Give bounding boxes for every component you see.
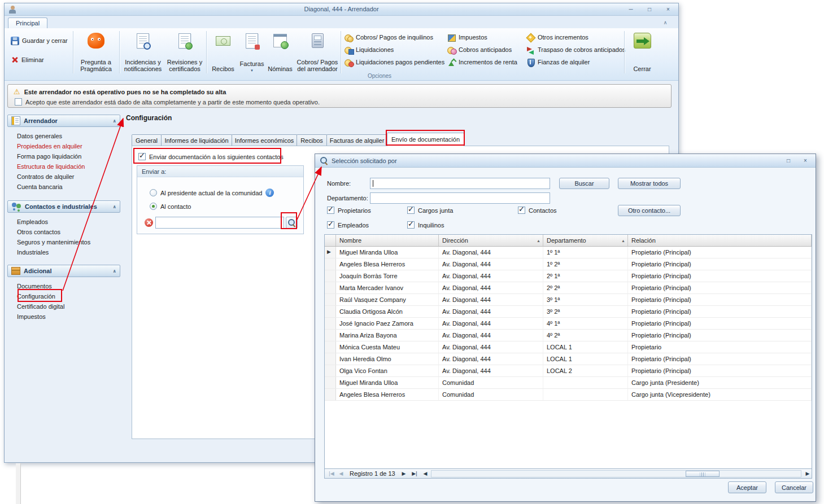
incidents-button[interactable]: Incidencias y notificaciones	[121, 30, 165, 74]
ribbon-option-button[interactable]: Cobros/ Pagos de inquilinos	[343, 31, 446, 43]
sidebar-group-adicional[interactable]: Adicional ∧	[7, 265, 120, 277]
sidebar-item[interactable]: Seguros y mantenimientos	[17, 237, 121, 247]
titlebar[interactable]: Diagonal, 444 - Arrendador ─ □ ×	[5, 3, 678, 16]
ribbon-option-button[interactable]: Fianzas de alquiler	[525, 56, 624, 68]
hscroll-right-button[interactable]: ▶	[804, 470, 811, 478]
ribbon-option-button[interactable]: Liquidaciones pagos pendientes	[343, 56, 446, 68]
accept-button[interactable]: Aceptar	[728, 481, 766, 493]
search-button[interactable]: Buscar	[559, 178, 609, 189]
table-row[interactable]: Olga Vico Fontan Av. Diagonal, 444 LOCAL…	[325, 365, 812, 377]
sidebar-item[interactable]: Configuración	[17, 291, 121, 301]
sidebar-group-contactos[interactable]: Contactos e industriales ∧	[7, 200, 120, 213]
other-contact-button[interactable]: Otro contacto...	[618, 205, 681, 216]
hscroll-thumb[interactable]	[686, 471, 720, 477]
accept-operative-checkbox[interactable]	[15, 98, 22, 106]
sidebar-item[interactable]: Certificado digital	[17, 301, 121, 312]
sidebar-item[interactable]: Documentos	[17, 281, 121, 291]
filter-cargos-junta[interactable]: ✓ Cargos junta	[407, 207, 453, 214]
sidebar-item[interactable]: Industriales	[17, 247, 121, 257]
radio-president[interactable]	[150, 189, 157, 196]
config-tab[interactable]: Informes económicos	[232, 134, 297, 146]
ribbon-option-button[interactable]: Cobros anticipados	[446, 43, 524, 56]
table-row[interactable]: Marina Ariza Bayona Av. Diagonal, 444 4º…	[325, 330, 812, 341]
sidebar-item[interactable]: Contratos de alquiler	[17, 172, 121, 182]
ribbon-option-button[interactable]: Otros incrementos	[525, 31, 624, 43]
info-icon[interactable]: i	[265, 189, 274, 197]
contact-input[interactable]	[155, 217, 284, 229]
nav-prev-button[interactable]: ◀	[338, 470, 345, 478]
config-tab[interactable]: Recibos	[297, 134, 327, 146]
filter-inquilinos[interactable]: ✓ Inquilinos	[407, 221, 444, 229]
column-header-direccion[interactable]: Dirección▲	[439, 235, 543, 246]
filter-empleados-checkbox[interactable]: ✓	[327, 221, 334, 229]
delete-button[interactable]: Eliminar	[8, 53, 47, 67]
save-and-close-button[interactable]: Guardar y cerrar	[8, 34, 71, 47]
table-row[interactable]: Claudia Ortigosa Alcón Av. Diagonal, 444…	[325, 306, 812, 318]
nav-next-button[interactable]: ▶	[400, 470, 407, 478]
sidebar-group-arrendador[interactable]: Arrendador ∧	[7, 115, 120, 127]
column-header-departamento[interactable]: Departamento▲	[543, 235, 628, 246]
invoices-dropdown-icon[interactable]: ▼	[250, 69, 254, 72]
radio-contact[interactable]	[150, 203, 157, 210]
chevron-up-icon[interactable]: ∧	[113, 119, 117, 124]
ribbon-collapse-icon[interactable]: ∧	[660, 19, 670, 27]
ribbon-option-button[interactable]: Liquidaciones	[343, 43, 446, 56]
config-tab[interactable]: Envío de documentación	[387, 133, 464, 146]
sidebar-item[interactable]: Empleados	[17, 217, 121, 227]
table-row[interactable]: Angeles Blesa Herreros Comunidad Cargo j…	[325, 389, 812, 401]
minimize-button[interactable]: ─	[625, 5, 636, 14]
sidebar-item[interactable]: Estructura de liquidación	[17, 161, 121, 172]
filter-inquilinos-checkbox[interactable]: ✓	[407, 221, 415, 229]
table-row[interactable]: Marta Mercader Ivanov Av. Diagonal, 444 …	[325, 282, 812, 294]
dialog-close-button[interactable]: ×	[800, 156, 811, 165]
table-row[interactable]: Angeles Blesa Herreros Av. Diagonal, 444…	[325, 258, 812, 270]
filter-empleados[interactable]: ✓ Empleados	[327, 221, 369, 229]
contact-radio-row[interactable]: Al contacto	[150, 203, 191, 210]
sidebar-item[interactable]: Datos generales	[17, 131, 121, 141]
sidebar-item[interactable]: Forma pago liquidación	[17, 151, 121, 161]
ribbon-option-button[interactable]: Traspaso de cobros anticipados	[525, 43, 624, 56]
president-radio-row[interactable]: Al presidente actual de la comunidad i	[150, 189, 274, 197]
payroll-button[interactable]: Nóminas	[265, 30, 295, 74]
config-tab[interactable]: Facturas de alquiler	[326, 134, 387, 146]
department-input[interactable]	[370, 192, 550, 204]
filter-propietarios[interactable]: ✓ Propietarios	[327, 207, 371, 214]
clear-contact-icon[interactable]	[145, 218, 153, 227]
invoices-button[interactable]: Facturas ▼	[238, 30, 265, 74]
show-all-button[interactable]: Mostrar todos	[618, 178, 681, 189]
table-row[interactable]: Joaquín Borràs Torre Av. Diagonal, 444 2…	[325, 270, 812, 282]
table-row[interactable]: José Ignacio Paez Zamora Av. Diagonal, 4…	[325, 318, 812, 330]
hscroll-track[interactable]	[431, 470, 801, 477]
cancel-button[interactable]: Cancelar	[775, 481, 813, 493]
landlord-payments-button[interactable]: Cobros/ Pagos del arrendador	[295, 30, 340, 74]
revisions-button[interactable]: Revisiones y certificados	[165, 30, 204, 74]
table-row[interactable]: Raúl Vasquez Company Av. Diagonal, 444 3…	[325, 294, 812, 306]
close-button[interactable]: ×	[662, 5, 674, 14]
table-row[interactable]: Miguel Miranda Ulloa Comunidad Cargo jun…	[325, 377, 812, 389]
table-row[interactable]: ▶ Miguel Miranda Ulloa Av. Diagonal, 444…	[325, 247, 812, 258]
column-header-relacion[interactable]: Relación	[628, 235, 812, 246]
filter-propietarios-checkbox[interactable]: ✓	[327, 207, 334, 214]
dialog-maximize-button[interactable]: □	[783, 156, 794, 165]
filter-contactos-checkbox[interactable]: ✓	[518, 207, 525, 214]
ribbon-option-button[interactable]: Incrementos de renta	[446, 56, 524, 68]
sidebar-item[interactable]: Propiedades en alquiler	[17, 141, 121, 151]
chevron-up-icon[interactable]: ∧	[113, 204, 117, 209]
maximize-button[interactable]: □	[644, 5, 655, 14]
name-input[interactable]	[370, 178, 550, 189]
config-tab[interactable]: Informes de liquidación	[161, 134, 232, 146]
sidebar-item[interactable]: Impuestos	[17, 312, 121, 322]
sidebar-item[interactable]: Otros contactos	[17, 227, 121, 237]
hscroll-left-button[interactable]: ◀	[422, 470, 429, 478]
tab-principal[interactable]: Principal	[8, 17, 47, 28]
nav-first-button[interactable]: |◀	[326, 470, 337, 478]
table-row[interactable]: Ivan Heredia Olmo Av. Diagonal, 444 LOCA…	[325, 353, 812, 365]
table-row[interactable]: Mónica Cuesta Mateu Av. Diagonal, 444 LO…	[325, 341, 812, 353]
dialog-titlebar[interactable]: Selección solicitado por □ ×	[315, 154, 816, 168]
ribbon-option-button[interactable]: Impuestos	[446, 31, 524, 43]
filter-contactos[interactable]: ✓ Contactos	[518, 207, 557, 214]
config-tab[interactable]: General	[132, 134, 162, 146]
sidebar-item[interactable]: Cuenta bancaria	[17, 182, 121, 192]
column-header-nombre[interactable]: Nombre	[336, 235, 439, 246]
ask-pragmatica-button[interactable]: Pregunta a Pragmática	[75, 30, 117, 74]
